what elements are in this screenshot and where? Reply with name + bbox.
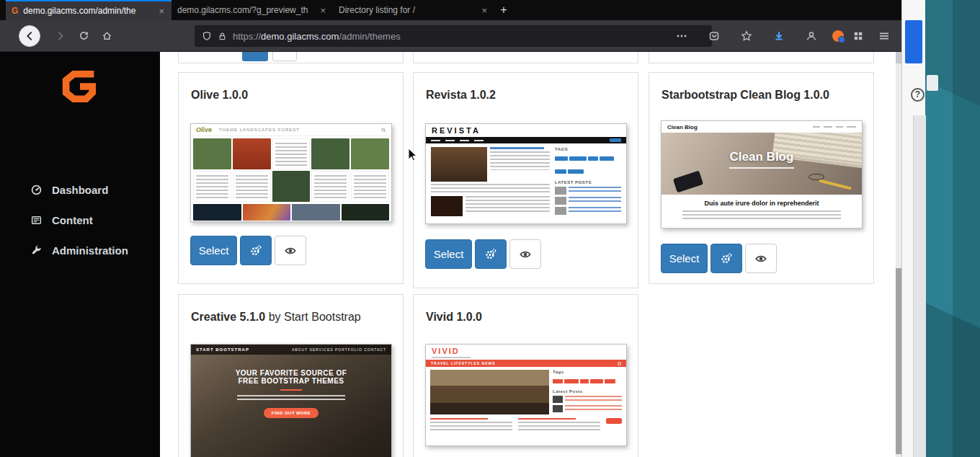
gila-logo-icon [60,66,100,107]
toolbar-right-icons [670,20,897,52]
sidebar-item-label: Content [52,214,93,226]
vivid-logo: VIVID [432,347,620,355]
select-theme-button[interactable]: Select [661,244,708,273]
theme-title: Starbootstrap Clean Blog 1.0.0 [662,89,863,102]
theme-card-partial [413,52,638,63]
theme-thumbnail-revista: REVISTA [425,123,627,224]
scroll-up-button[interactable] [896,52,901,63]
new-tab-button[interactable]: + [494,0,513,20]
back-button[interactable] [19,25,40,47]
theme-preview-button[interactable] [509,239,541,269]
theme-settings-button[interactable] [242,52,268,61]
theme-card-vivid: Vivid 1.0.0 VIVID TRAVEL LIFESTYLES NEWS… [413,294,638,457]
gears-icon [249,244,262,257]
vivid-posts-label: Latest Posts [553,389,622,394]
sidebar-item-administration[interactable]: Administration [0,235,160,265]
theme-thumbnail-creative: START BOOTSTRAP ABOUT SERVICES PORTFOLIO… [190,344,392,457]
apps-grid-icon[interactable] [853,31,863,41]
theme-card-olive: Olive 1.0.0 Olive THEME LANDSCAPES FORES… [178,72,404,284]
tab-bar: G demo.gilacms.com/admin/the × demo.gila… [0,0,901,20]
olive-nav: THEME LANDSCAPES FOREST [219,128,374,132]
forward-arrow-icon [55,31,66,41]
theme-title: Revista 1.0.2 [426,89,628,102]
theme-card-creative: Creative 5.1.0 by Start Bootstrap START … [178,294,404,457]
gears-icon [484,248,497,261]
vivid-nav: TRAVEL LIFESTYLES NEWS [426,360,626,367]
admin-themes-page: Dashboard Content Administration [0,52,901,457]
pocket-icon[interactable] [708,30,720,42]
navigation-toolbar: https://demo.gilacms.com/admin/themes [0,20,901,52]
theme-preview-button[interactable] [745,244,777,273]
theme-title: Olive 1.0.0 [191,89,393,102]
download-icon[interactable] [773,30,785,42]
reload-icon [79,30,89,41]
background-window-scrollbar[interactable] [905,20,922,63]
tab-close-icon[interactable]: × [157,6,166,17]
theme-title: Creative 5.1.0 by Start Bootstrap [191,311,393,324]
theme-thumbnail-olive: Olive THEME LANDSCAPES FOREST [190,123,392,222]
clean-blog-hero: Clean Blog [662,133,862,195]
theme-preview-button[interactable] [272,52,297,61]
eye-icon [284,244,297,257]
gila-favicon: G [12,6,18,16]
url-bar[interactable]: https://demo.gilacms.com/admin/themes [195,25,712,47]
tab-preview[interactable]: demo.gilacms.com/?g_preview_th × [172,0,333,20]
theme-settings-button[interactable] [710,244,742,273]
theme-preview-button[interactable] [275,236,306,265]
theme-settings-button[interactable] [475,239,507,269]
wrench-icon [30,244,43,257]
eye-icon [754,252,767,265]
theme-actions: Select [661,244,777,273]
page-actions-icon[interactable] [676,30,687,42]
creative-logo: START BOOTSTRAP [196,347,249,352]
account-icon[interactable] [806,30,817,42]
extension-badge-icon[interactable] [832,30,844,42]
select-theme-button[interactable]: Select [190,236,237,265]
themes-grid: Olive 1.0.0 Olive THEME LANDSCAPES FORES… [160,52,896,457]
theme-actions: Select [190,236,306,265]
bookmark-star-icon[interactable] [741,30,752,42]
tracking-shield-icon[interactable] [202,31,212,41]
scrollbar-thumb[interactable] [896,268,901,454]
help-button[interactable]: ? [911,88,925,102]
theme-card-partial [649,52,874,63]
menu-hamburger-icon[interactable] [878,30,890,42]
lock-icon[interactable] [218,32,227,41]
forward-button[interactable] [55,30,66,42]
home-button[interactable] [101,30,112,42]
sidebar-item-dashboard[interactable]: Dashboard [0,174,160,205]
creative-hero-line2: FREE BOOTSTRAP THEMES [191,377,391,385]
olive-logo: Olive [196,126,212,133]
browser-window: G demo.gilacms.com/admin/the × demo.gila… [0,0,901,457]
tab-close-icon[interactable]: × [480,5,489,16]
background-window-scroll-track[interactable] [913,115,926,457]
theme-thumbnail-clean-blog: Clean Blog Clean Blog Duis aute irure do… [661,120,863,228]
gila-logo[interactable] [0,66,160,110]
tab-admin-themes[interactable]: G demo.gilacms.com/admin/the × [6,0,172,20]
theme-settings-button[interactable] [240,236,272,265]
select-theme-button[interactable]: Select [425,239,472,269]
sidebar-item-content[interactable]: Content [0,205,160,235]
content-icon [30,214,43,226]
url-text[interactable]: https://demo.gilacms.com/admin/themes [233,31,401,42]
revista-article-image [431,147,487,182]
theme-card-revista: Revista 1.0.2 REVISTA [413,72,638,288]
creative-cta-button: FIND OUT MORE [264,408,319,418]
clean-blog-hero-title: Clean Blog [662,150,862,164]
theme-thumbnail-vivid: VIVID TRAVEL LIFESTYLES NEWS Tags [425,344,627,446]
home-icon [102,30,112,41]
reload-button[interactable] [78,30,89,42]
olive-photo-strip [191,204,391,222]
tab-directory-listing[interactable]: Directory listing for / × [333,0,494,20]
page-scrollbar[interactable] [896,52,901,457]
olive-masonry [191,136,391,204]
tab-close-icon[interactable]: × [318,5,327,16]
tab-title: demo.gilacms.com/?g_preview_th [177,5,313,15]
back-arrow-icon [24,31,35,41]
search-icon [618,362,621,365]
admin-sidebar: Dashboard Content Administration [0,52,160,457]
revista-logo: REVISTA [432,126,481,135]
search-icon [381,128,386,133]
theme-card-partial [178,52,404,63]
pencil-image [819,179,852,190]
